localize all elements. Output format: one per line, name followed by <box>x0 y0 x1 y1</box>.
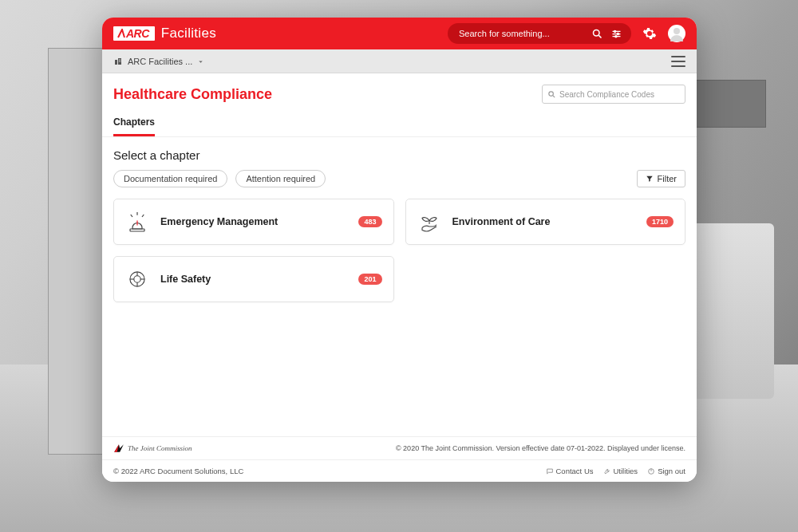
svg-point-5 <box>614 30 615 32</box>
svg-point-14 <box>549 91 554 96</box>
bottom-links: Contact Us Utilities Sign out <box>546 467 686 475</box>
chapter-card-emergency-management[interactable]: Emergency Management 483 <box>113 199 394 245</box>
chat-icon <box>546 467 554 475</box>
link-label: Utilities <box>614 467 638 475</box>
svg-rect-13 <box>120 61 121 61</box>
global-search[interactable] <box>448 23 631 44</box>
sign-out-link[interactable]: Sign out <box>647 467 685 475</box>
lifebuoy-icon <box>125 267 149 291</box>
tab-chapters[interactable]: Chapters <box>113 112 155 136</box>
compliance-search-input[interactable] <box>559 90 680 99</box>
contact-us-link[interactable]: Contact Us <box>546 467 594 475</box>
license-footer: The Joint Commission © 2020 The Joint Co… <box>102 436 697 459</box>
chapter-card-environment-of-care[interactable]: Environment of Care 1710 <box>405 199 686 245</box>
link-label: Contact Us <box>556 467 594 475</box>
bottombar: © 2022 ARC Document Solutions, LLC Conta… <box>102 459 697 482</box>
section-heading: Select a chapter <box>113 148 685 162</box>
utilities-link[interactable]: Utilities <box>603 467 638 475</box>
license-text: © 2020 The Joint Commission. Version eff… <box>396 444 685 452</box>
chapter-card-life-safety[interactable]: Life Safety 201 <box>113 256 394 302</box>
chapter-count-badge: 483 <box>358 216 381 227</box>
breadcrumb-bar: ARC Facilities ... <box>102 49 697 73</box>
chip-documentation-required[interactable]: Documentation required <box>113 170 227 187</box>
svg-line-17 <box>131 215 132 217</box>
topbar: ARC Facilities <box>102 18 697 49</box>
svg-line-1 <box>598 35 601 37</box>
svg-line-18 <box>142 215 144 217</box>
chapter-count-badge: 201 <box>358 274 381 285</box>
breadcrumb-label[interactable]: ARC Facilities ... <box>128 57 192 66</box>
brand-logo-text: ARC <box>126 27 149 40</box>
global-search-input[interactable] <box>459 29 590 38</box>
chapter-grid: Emergency Management 483 Environment of … <box>113 199 685 302</box>
page-title: Healthcare Compliance <box>113 86 272 103</box>
filter-icon <box>646 175 654 183</box>
brand-logo: ARC <box>113 26 155 41</box>
content: Select a chapter Documentation required … <box>102 137 697 436</box>
chapter-title: Emergency Management <box>160 216 358 227</box>
svg-rect-8 <box>115 60 117 65</box>
chevron-down-icon[interactable] <box>197 57 204 65</box>
building-icon <box>113 57 123 66</box>
page-title-row: Healthcare Compliance <box>102 73 697 112</box>
avatar[interactable] <box>668 25 685 42</box>
sliders-icon[interactable] <box>609 26 623 41</box>
svg-rect-10 <box>119 59 120 60</box>
filter-row: Documentation required Attention require… <box>113 170 685 187</box>
app-window: ARC Facilities ARC Facilities ... Health… <box>102 18 697 482</box>
gear-icon[interactable] <box>642 26 657 41</box>
filter-button[interactable]: Filter <box>637 170 685 187</box>
hamburger-icon[interactable] <box>671 56 685 67</box>
svg-point-6 <box>617 33 618 34</box>
search-icon[interactable] <box>590 26 604 41</box>
chapter-title: Environment of Care <box>452 216 646 227</box>
svg-point-23 <box>134 276 140 282</box>
link-label: Sign out <box>658 467 685 475</box>
joint-commission-mark: The Joint Commission <box>113 443 192 453</box>
svg-point-0 <box>593 30 599 36</box>
svg-rect-19 <box>130 229 144 231</box>
svg-rect-12 <box>119 61 120 61</box>
filter-label: Filter <box>658 174 677 183</box>
plant-hand-icon <box>417 210 441 234</box>
wrench-icon <box>603 467 611 475</box>
tabs: Chapters <box>102 112 697 137</box>
svg-point-7 <box>614 35 616 37</box>
chapter-count-badge: 1710 <box>646 216 674 227</box>
brand-product: Facilities <box>161 26 216 41</box>
chip-attention-required[interactable]: Attention required <box>235 170 326 187</box>
siren-icon <box>125 210 149 234</box>
compliance-search[interactable] <box>542 85 685 104</box>
jc-mark-text: The Joint Commission <box>128 444 192 452</box>
svg-line-15 <box>553 95 555 97</box>
chapter-title: Life Safety <box>160 274 358 285</box>
search-icon <box>547 90 556 99</box>
power-icon <box>647 467 655 475</box>
copyright: © 2022 ARC Document Solutions, LLC <box>113 467 243 475</box>
svg-rect-11 <box>120 59 121 60</box>
